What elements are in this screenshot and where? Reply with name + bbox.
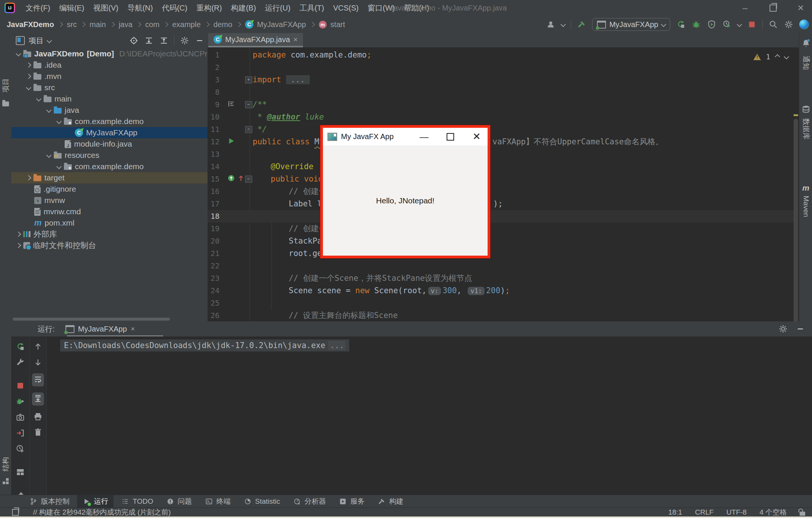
chevron-expanded-icon[interactable] bbox=[46, 108, 52, 113]
bottom-tab-服务[interactable]: 服务 bbox=[333, 495, 370, 508]
sidebar-item-通知[interactable]: 通知 bbox=[799, 38, 812, 68]
tab-close-icon[interactable]: × bbox=[293, 35, 298, 44]
line-separator[interactable]: CRLF bbox=[695, 508, 714, 516]
code-line-11[interactable]: 11˄ */ bbox=[208, 123, 799, 136]
sidebar-item-数据库[interactable]: 数据库 bbox=[799, 105, 812, 134]
menu-item-重构(R)[interactable]: 重构(R) bbox=[192, 4, 226, 12]
run-console[interactable]: E:\Downloads\CodesDownloads\jdk\jdk-17.0… bbox=[47, 336, 812, 495]
chevron-down-icon[interactable] bbox=[47, 38, 52, 43]
chevron-expanded-icon[interactable] bbox=[16, 51, 21, 56]
wrap-on-toggle[interactable] bbox=[32, 373, 44, 386]
sidebar-item-Maven[interactable]: mMaven bbox=[799, 183, 812, 211]
code-line-10[interactable]: 10 * @author luke bbox=[208, 111, 799, 123]
code-line-19[interactable]: 19// 创建一 bbox=[208, 223, 799, 235]
file-encoding[interactable]: UTF-8 bbox=[726, 508, 747, 516]
code-line-12[interactable]: 12public class MyvaFXApp】不符合UpperCamelCa… bbox=[208, 136, 799, 148]
bottom-tab-版本控制[interactable]: 版本控制 bbox=[24, 495, 75, 508]
tree-item-mvnw.cmd[interactable]: mvnw.cmd bbox=[11, 206, 208, 217]
javafx-minimize-button[interactable]: — bbox=[415, 128, 433, 145]
tree-item-target[interactable]: target bbox=[11, 172, 208, 183]
menu-item-文件(F)[interactable]: 文件(F) bbox=[21, 4, 55, 12]
profiler-clock-icon[interactable] bbox=[15, 444, 25, 454]
fold-marker-icon[interactable]: ˄ bbox=[245, 126, 252, 133]
tree-item-外部库[interactable]: 外部库 bbox=[11, 229, 208, 240]
code-line-21[interactable]: 21root.ge bbox=[208, 247, 799, 260]
sidebar-item-structure[interactable]: 结构 bbox=[0, 451, 11, 484]
fold-marker-icon[interactable]: + bbox=[245, 76, 252, 83]
code-line-16[interactable]: 16// 创建一 bbox=[208, 185, 799, 198]
tree-item-main[interactable]: main bbox=[11, 93, 208, 105]
chevron-expanded-icon[interactable] bbox=[56, 164, 62, 169]
gear-icon[interactable] bbox=[180, 36, 189, 45]
breadcrumb-item-main[interactable]: main bbox=[89, 20, 106, 29]
tree-item-module-info.java[interactable]: module-info.java bbox=[11, 138, 208, 150]
debug-attach-icon[interactable] bbox=[15, 397, 25, 406]
caret-position[interactable]: 18:1 bbox=[668, 508, 682, 516]
chevron-collapsed-icon[interactable] bbox=[26, 175, 31, 180]
breadcrumb-item-demo[interactable]: demo bbox=[214, 20, 232, 29]
redup-icon[interactable] bbox=[237, 174, 245, 182]
chevron-expanded-icon[interactable] bbox=[26, 85, 31, 90]
code-line-20[interactable]: 20StackPa bbox=[208, 235, 799, 247]
code-line-9[interactable]: 9−/** bbox=[208, 98, 799, 111]
print-icon[interactable] bbox=[33, 412, 43, 421]
trash-icon[interactable] bbox=[33, 427, 43, 437]
tree-item-src[interactable]: src bbox=[11, 82, 208, 93]
code-line-15[interactable]: 15@−public void bbox=[208, 173, 799, 185]
tree-item-.mvn[interactable]: .mvn bbox=[11, 71, 208, 82]
menu-item-工具(T)[interactable]: 工具(T) bbox=[295, 4, 329, 12]
chevron-expanded-icon[interactable] bbox=[46, 153, 52, 158]
indent-setting[interactable]: 4 个空格 bbox=[759, 507, 787, 517]
breadcrumb-item-JavaFXDemo[interactable]: JavaFXDemo bbox=[7, 20, 54, 29]
window-close-button[interactable]: × bbox=[791, 0, 810, 16]
editor-tab-myjavafxapp[interactable]: C MyJavaFXApp.java × bbox=[208, 33, 303, 46]
window-restore-button[interactable] bbox=[763, 0, 783, 16]
tree-item-mvnw[interactable]: ›mvnw bbox=[11, 195, 208, 206]
menu-item-构建(B)[interactable]: 构建(B) bbox=[226, 4, 261, 12]
sidebar-item-project[interactable]: 项目 bbox=[0, 71, 11, 106]
javafx-maximize-button[interactable] bbox=[442, 128, 459, 145]
chevron-expanded-icon[interactable] bbox=[56, 119, 62, 124]
bottom-tab-构建[interactable]: 构建 bbox=[372, 495, 409, 508]
locate-icon[interactable] bbox=[129, 36, 139, 45]
expand-all-icon[interactable] bbox=[144, 36, 154, 45]
unlock-icon[interactable] bbox=[800, 512, 805, 516]
chevron-collapsed-icon[interactable] bbox=[26, 62, 31, 68]
breadcrumb-item-src[interactable]: src bbox=[67, 20, 77, 29]
bottom-tab-TODO[interactable]: TODO bbox=[116, 495, 159, 508]
javafx-app-window[interactable]: My JavaFX App — ✕ Hello, JNotepad! bbox=[320, 125, 490, 258]
code-line-13[interactable]: 13 bbox=[208, 148, 799, 161]
breadcrumb-item-com[interactable]: com bbox=[145, 20, 159, 29]
run-icon[interactable] bbox=[227, 137, 235, 145]
bottom-tab-Statistic[interactable]: Statistic bbox=[238, 495, 286, 508]
layout-icon[interactable] bbox=[15, 467, 25, 477]
tree-item-.idea[interactable]: .idea bbox=[11, 59, 208, 71]
breadcrumb-item-start[interactable]: start bbox=[330, 20, 345, 29]
project-horizontal-scrollbar[interactable] bbox=[13, 318, 170, 321]
collapse-all-icon[interactable] bbox=[159, 36, 169, 45]
code-line-22[interactable]: 22 bbox=[208, 260, 799, 272]
tree-item-JavaFXDemo[interactable]: JavaFXDemo[Demo]D:\IDEAProjects\JCNCProj… bbox=[11, 48, 208, 59]
breadcrumb-item-java[interactable]: java bbox=[119, 20, 133, 29]
scrollend-on-toggle[interactable] bbox=[32, 392, 44, 406]
project-panel-title[interactable]: 项目 bbox=[29, 36, 44, 46]
tree-item-临时文件和控制台[interactable]: 临时文件和控制台 bbox=[11, 240, 208, 251]
console-folded-chip[interactable]: ... bbox=[328, 341, 345, 350]
code-line-2[interactable]: 2 bbox=[208, 61, 799, 74]
bottom-tab-运行[interactable]: 运行 bbox=[77, 495, 114, 508]
breadcrumb-item-example[interactable]: example bbox=[172, 20, 201, 29]
up-icon[interactable] bbox=[33, 342, 43, 351]
menu-item-视图(V)[interactable]: 视图(V) bbox=[89, 4, 123, 12]
chevron-collapsed-icon[interactable] bbox=[16, 243, 21, 248]
minimize-icon[interactable] bbox=[795, 324, 805, 334]
fold-marker-icon[interactable]: − bbox=[245, 101, 252, 108]
tree-item-MyJavaFXApp[interactable]: CMyJavaFXApp bbox=[11, 127, 208, 138]
wrench-icon[interactable] bbox=[15, 357, 25, 367]
chevron-collapsed-icon[interactable] bbox=[26, 74, 31, 79]
chevron-collapsed-icon[interactable] bbox=[16, 232, 21, 237]
code-line-14[interactable]: 14@Override bbox=[208, 161, 799, 173]
code-line-8[interactable]: 8 bbox=[208, 86, 799, 98]
breadcrumb-item-MyJavaFXApp[interactable]: MyJavaFXApp bbox=[257, 20, 306, 29]
person-icon[interactable] bbox=[546, 20, 556, 29]
plugin-sphere-icon[interactable] bbox=[799, 20, 809, 29]
